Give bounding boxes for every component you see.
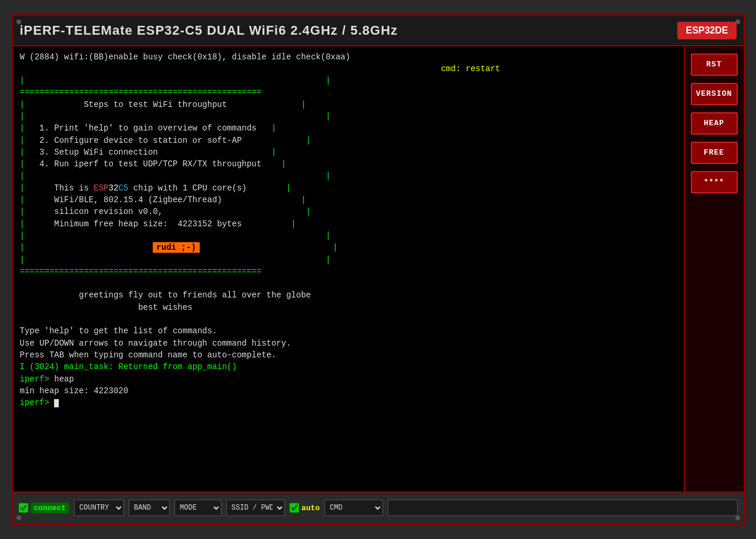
term-log1: I (3024) main_task: Returned from app_ma… xyxy=(20,361,677,373)
auto-label: auto xyxy=(301,504,320,513)
esp-badge: ESP32DE xyxy=(677,22,736,39)
auto-checkbox[interactable] xyxy=(290,503,299,513)
term-box-blank2: | | xyxy=(20,170,677,182)
term-box-header: | Steps to test WiFi throughput | xyxy=(20,99,677,111)
term-box-blank4: | | xyxy=(20,254,677,266)
term-cmd-restart: cmd: restart xyxy=(20,63,677,75)
connect-checkbox[interactable] xyxy=(19,503,28,513)
ssid-dropdown[interactable]: SSID / PWD xyxy=(226,500,285,516)
band-dropdown[interactable]: BAND xyxy=(129,500,170,516)
mode-dropdown[interactable]: MODE xyxy=(174,500,221,516)
term-blank2 xyxy=(20,313,677,325)
term-step4: | 4. Run iperf to test UDP/TCP RX/TX thr… xyxy=(20,158,677,170)
main-window: iPERF-TELEMate ESP32-C5 DUAL WiFi6 2.4GH… xyxy=(11,14,745,525)
cmd-dropdown[interactable]: CMD xyxy=(324,500,383,516)
term-chip1: | This is ESP32C5 chip with 1 CPU core(s… xyxy=(20,182,677,194)
term-chip2: | WiFi/BLE, 802.15.4 (Zigbee/Thread) | xyxy=(20,194,677,206)
term-rudi: | rudi ;-) | xyxy=(20,242,677,253)
term-box-blank3: | | xyxy=(20,230,677,242)
cmd-input[interactable] xyxy=(388,500,737,516)
country-dropdown[interactable]: COUNTRY xyxy=(74,500,124,516)
main-area: W (2884) wifi:(BB)enable busy check(0x18… xyxy=(13,46,744,491)
corner-br xyxy=(735,515,740,520)
auto-area: auto xyxy=(290,503,320,513)
term-step3: | 3. Setup WiFi connection | xyxy=(20,146,677,158)
term-help2: Use UP/DOWN arrows to navigate through c… xyxy=(20,337,677,349)
term-chip4: | Minimum free heap size: 4223152 bytes … xyxy=(20,218,677,230)
term-greet1: greetings fly out to friends all over th… xyxy=(20,289,677,301)
title-bar: iPERF-TELEMate ESP32-C5 DUAL WiFi6 2.4GH… xyxy=(13,16,744,46)
corner-tl xyxy=(16,19,21,24)
term-divider-bottom: ========================================… xyxy=(20,266,677,277)
term-prompt1: iperf> heap xyxy=(20,373,677,385)
term-heap-result: min heap size: 4223020 xyxy=(20,385,677,397)
corner-bl xyxy=(16,515,21,520)
heap-button[interactable]: HEAP xyxy=(691,112,738,135)
term-box-top: | | xyxy=(20,75,677,86)
sidebar: RST VERSION HEAP FREE **** xyxy=(685,46,744,491)
bottom-bar: connect COUNTRY BAND MODE SSID / PWD aut… xyxy=(13,491,744,524)
term-step2: | 2. Configure device to station or soft… xyxy=(20,135,677,146)
term-prompt2: iperf> xyxy=(20,397,677,409)
term-blank xyxy=(20,277,677,289)
connect-area: connect xyxy=(19,503,70,514)
free-button[interactable]: FREE xyxy=(691,142,738,164)
term-help3: Press TAB when typing command name to au… xyxy=(20,349,677,361)
version-button[interactable]: VERSION xyxy=(691,83,738,105)
xxxx-button[interactable]: **** xyxy=(691,171,738,193)
term-divider-top: ========================================… xyxy=(20,86,677,98)
term-line-1: W (2884) wifi:(BB)enable busy check(0x18… xyxy=(20,51,677,63)
term-chip3: | silicon revision v0.0, | xyxy=(20,206,677,217)
corner-tr xyxy=(735,19,740,24)
terminal[interactable]: W (2884) wifi:(BB)enable busy check(0x18… xyxy=(13,46,685,491)
term-step1: | 1. Print 'help' to gain overview of co… xyxy=(20,122,677,134)
term-help1: Type 'help' to get the list of commands. xyxy=(20,325,677,337)
window-title: iPERF-TELEMate ESP32-C5 DUAL WiFi6 2.4GH… xyxy=(20,23,398,38)
term-box-blank1: | | xyxy=(20,111,677,122)
term-greet2: best wishes xyxy=(20,302,677,313)
rst-button[interactable]: RST xyxy=(691,53,738,76)
connect-label: connect xyxy=(31,503,70,514)
